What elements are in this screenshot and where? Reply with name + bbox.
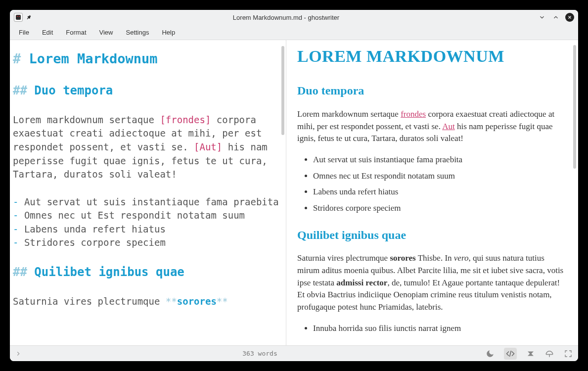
preview-text: Saturnia vires plectrumque (297, 253, 390, 263)
preview-h1: LOREM MARKDOWNUM (297, 44, 567, 68)
preview-list: Innuba horrida suo filis iunctis narrat … (313, 323, 567, 335)
preview-scrollbar[interactable] (573, 45, 576, 169)
preview-list: Aut servat ut suis instantiaque fama pra… (313, 154, 567, 215)
maximize-button[interactable] (551, 13, 560, 22)
app-window: Lorem Markdownum.md - ghostwriter File E… (10, 10, 578, 361)
menu-format[interactable]: Format (60, 27, 92, 38)
list-item: Innuba horrida suo filis iunctis narrat … (313, 323, 567, 335)
md-hash: ## (13, 265, 27, 279)
focus-mode-icon[interactable] (544, 349, 554, 359)
preview-text: Thisbe. In (416, 253, 454, 263)
preview-em: vero (454, 253, 469, 263)
md-h2-text: Quilibet ignibus quae (27, 265, 184, 279)
list-item: Omnes nec ut Est respondit notatam suum (24, 210, 245, 221)
menu-file[interactable]: File (13, 27, 35, 38)
list-item: Omnes nec ut Est respondit notatam suum (313, 170, 567, 183)
menubar: File Edit Format View Settings Help (10, 25, 578, 40)
preview-link[interactable]: Aut (442, 122, 455, 131)
md-dash: - (13, 224, 18, 234)
app-icon (14, 13, 23, 22)
pin-icon[interactable] (26, 14, 32, 20)
md-dash: - (13, 196, 18, 207)
list-item: Stridores corpore speciem (24, 237, 166, 248)
content-split: # Lorem Markdownum ## Duo tempora Lorem … (10, 40, 578, 345)
fullscreen-icon[interactable] (563, 349, 573, 359)
preview-bold: sorores (390, 253, 415, 263)
md-h2-text: Duo tempora (27, 84, 113, 97)
editor-scrollbar[interactable] (281, 46, 284, 135)
md-dash: - (13, 210, 18, 221)
preview-h2: Duo tempora (297, 82, 567, 99)
editor-text: Lorem markdownum sertaque (13, 114, 160, 125)
list-item: Labens unda refert hiatus (313, 186, 567, 198)
close-button[interactable] (565, 13, 574, 22)
md-boldmark: ** (217, 296, 228, 307)
md-hash: ## (13, 84, 27, 97)
list-item: Aut servat ut suis instantiaque fama pra… (313, 154, 567, 166)
list-item: Aut servat ut suis instantiaque fama pra… (24, 196, 279, 207)
window-controls (538, 13, 574, 22)
menu-view[interactable]: View (93, 27, 119, 38)
preview-text: Lorem markdownum sertaque (297, 109, 401, 119)
menu-edit[interactable]: Edit (36, 27, 59, 38)
html-preview[interactable]: LOREM MARKDOWNUM Duo tempora Lorem markd… (286, 40, 578, 345)
md-link: [Aut] (194, 141, 222, 152)
menu-help[interactable]: Help (156, 27, 181, 38)
statusbar: 363 words (10, 345, 578, 361)
titlebar[interactable]: Lorem Markdownum.md - ghostwriter (10, 10, 578, 25)
list-item: Stridores corpore speciem (313, 202, 567, 215)
md-dash: - (13, 237, 18, 248)
md-bold: sorores (177, 296, 217, 307)
window-title: Lorem Markdownum.md - ghostwriter (35, 14, 538, 21)
list-item: Labens unda refert hiatus (24, 224, 166, 234)
md-hash: # (13, 51, 21, 66)
preview-link[interactable]: frondes (401, 109, 426, 119)
preview-bold: admissi rector (336, 278, 387, 287)
editor-text: Saturnia vires plectrumque (13, 296, 166, 307)
menu-settings[interactable]: Settings (120, 27, 155, 38)
md-h1-text: Lorem Markdownum (21, 51, 157, 66)
md-boldmark: ** (166, 296, 177, 307)
md-link: [frondes] (160, 114, 211, 125)
minimize-button[interactable] (538, 13, 546, 22)
markdown-editor[interactable]: # Lorem Markdownum ## Duo tempora Lorem … (10, 40, 286, 345)
preview-h2: Quilibet ignibus quae (297, 227, 567, 244)
html-preview-icon[interactable] (504, 348, 517, 360)
hemingway-mode-icon[interactable] (526, 349, 536, 359)
dark-mode-icon[interactable] (485, 349, 495, 359)
chevron-right-icon[interactable] (15, 350, 35, 357)
word-count: 363 words (35, 350, 485, 357)
